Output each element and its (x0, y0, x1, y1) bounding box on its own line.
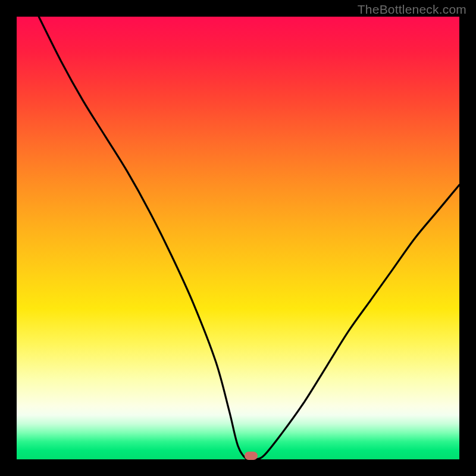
curve-path (39, 17, 459, 461)
bottleneck-curve (17, 17, 459, 459)
optimal-point-marker (245, 452, 258, 460)
chart-frame: TheBottleneck.com (0, 0, 476, 476)
plot-area (17, 17, 459, 459)
attribution-text: TheBottleneck.com (358, 2, 466, 17)
